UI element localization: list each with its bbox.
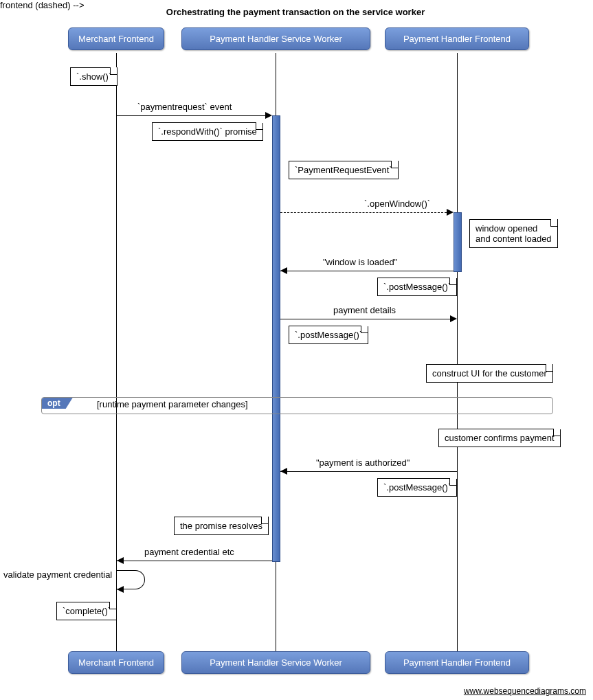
note-windowopened-line2: and content loaded — [475, 234, 552, 244]
arrow-paymentdetails — [280, 319, 450, 319]
actor-sw-bottom: Payment Handler Service Worker — [181, 651, 370, 674]
activation-frontend — [454, 212, 462, 272]
actor-frontend-top: Payment Handler Frontend — [385, 27, 529, 50]
note-complete: `complete()` — [56, 602, 117, 620]
note-paymentrequestevent: `PaymentRequestEvent` — [289, 161, 399, 179]
diagram-title: Orchestrating the payment transaction on… — [137, 7, 454, 17]
sequence-diagram: Orchestrating the payment transaction on… — [0, 0, 593, 700]
msg-paymentauthorized: "payment is authorized" — [316, 458, 410, 468]
arrowhead-paymentrequest — [265, 112, 272, 119]
msg-validate: validate payment credential — [3, 569, 112, 580]
arrowhead-validate — [117, 586, 124, 593]
actor-merchant-top: Merchant Frontend — [68, 27, 164, 50]
arrow-paymentauthorized — [280, 471, 457, 472]
arrow-paymentcredential — [117, 561, 272, 561]
opt-label: opt — [42, 398, 73, 409]
arrowhead-paymentdetails — [450, 315, 457, 322]
note-show: `.show()` — [70, 67, 118, 86]
note-promise-resolves: the promise resolves — [174, 517, 269, 535]
arrow-windowloaded — [280, 271, 454, 271]
actor-frontend-bottom: Payment Handler Frontend — [385, 651, 529, 674]
note-construct-ui: construct UI for the customer — [426, 364, 553, 383]
arrowhead-openwindow — [447, 209, 454, 216]
actor-sw-top: Payment Handler Service Worker — [181, 27, 370, 50]
msg-paymentrequest: `paymentrequest` event — [137, 102, 232, 112]
arrowhead-paymentauthorized — [280, 468, 287, 475]
arrow-openwindow — [280, 212, 447, 213]
msg-paymentdetails: payment details — [333, 305, 396, 315]
note-postmessage-2: `.postMessage()` — [289, 326, 368, 344]
footer-link[interactable]: www.websequencediagrams.com — [464, 686, 586, 696]
arrowhead-windowloaded — [280, 267, 287, 274]
note-postmessage-1: `.postMessage()` — [377, 278, 457, 296]
msg-paymentcredential: payment credential etc — [144, 547, 234, 557]
msg-openwindow: `.openWindow()` — [364, 199, 430, 209]
note-respondwith: `.respondWith()` promise — [152, 122, 263, 141]
msg-windowloaded: "window is loaded" — [323, 257, 397, 267]
lifeline-frontend — [457, 53, 458, 651]
actor-merchant-bottom: Merchant Frontend — [68, 651, 164, 674]
note-windowopened: window opened and content loaded — [469, 219, 558, 248]
note-customer-confirms: customer confirms payment — [438, 429, 561, 447]
opt-condition: [runtime payment parameter changes] — [97, 399, 248, 409]
activation-sw — [272, 115, 280, 562]
note-windowopened-line1: window opened — [475, 223, 537, 234]
arrowhead-paymentcredential — [117, 557, 124, 564]
note-postmessage-3: `.postMessage()` — [377, 478, 457, 497]
arrow-paymentrequest — [117, 115, 265, 116]
opt-frame: opt [runtime payment parameter changes] — [41, 397, 553, 414]
